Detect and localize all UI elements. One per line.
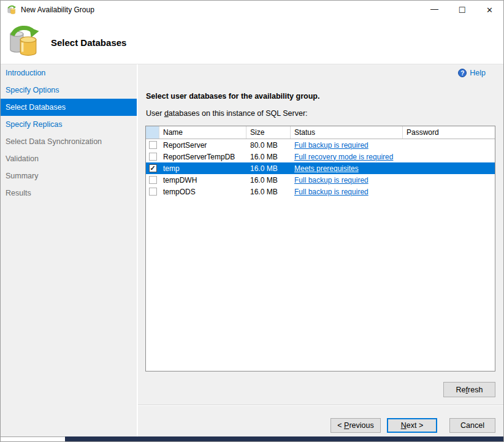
close-button[interactable]: ✕ xyxy=(476,1,503,19)
sidebar-item-select-data-synchronization: Select Data Synchronization xyxy=(1,133,137,150)
table-row[interactable]: ✓ temp 16.0 MB Meets prerequisites xyxy=(146,162,495,174)
sidebar-item-specify-options[interactable]: Specify Options xyxy=(1,82,137,99)
previous-button[interactable]: < Previous xyxy=(330,418,381,433)
database-list-label: User databases on this instance of SQL S… xyxy=(146,109,308,118)
row-checkbox[interactable] xyxy=(149,141,157,149)
new-availability-group-dialog: New Availability Group — ☐ ✕ Select Data… xyxy=(0,0,504,442)
table-row[interactable]: tempODS 16.0 MB Full backup is required xyxy=(146,186,495,197)
db-password xyxy=(403,174,495,186)
db-password xyxy=(403,162,495,174)
window-title: New Availability Group xyxy=(21,6,94,14)
page-title: Select Databases xyxy=(51,37,126,48)
db-size: 80.0 MB xyxy=(246,139,291,151)
sidebar-item-summary: Summary xyxy=(1,167,137,185)
title-bar: New Availability Group — ☐ ✕ xyxy=(1,1,503,19)
help-link[interactable]: ? Help xyxy=(458,69,486,77)
column-header-password[interactable]: Password xyxy=(403,126,495,139)
status-link[interactable]: Full recovery mode is required xyxy=(294,153,393,161)
row-checkbox[interactable] xyxy=(149,153,157,161)
status-link[interactable]: Full backup is required xyxy=(294,188,368,196)
db-size: 16.0 MB xyxy=(246,162,291,174)
table-row[interactable]: tempDWH 16.0 MB Full backup is required xyxy=(146,174,495,186)
db-password xyxy=(403,186,495,197)
database-list: Name Size Status Password ReportServer 8… xyxy=(145,126,495,372)
db-name: ReportServer xyxy=(159,139,246,151)
help-label: Help xyxy=(470,69,486,77)
column-header-size[interactable]: Size xyxy=(246,126,291,139)
checkbox-column-header[interactable] xyxy=(146,126,159,139)
bottom-edge-statusbar xyxy=(65,436,503,441)
bottom-edge-left xyxy=(1,436,65,441)
row-checkbox[interactable] xyxy=(149,176,157,184)
minimize-button[interactable]: — xyxy=(421,1,448,19)
sidebar-item-specify-replicas[interactable]: Specify Replicas xyxy=(1,116,137,133)
db-name: temp xyxy=(159,162,246,174)
maximize-button[interactable]: ☐ xyxy=(448,1,476,19)
db-name: tempDWH xyxy=(159,174,246,186)
db-size: 16.0 MB xyxy=(246,186,291,197)
db-size: 16.0 MB xyxy=(246,151,291,162)
column-header-name[interactable]: Name xyxy=(159,126,246,139)
wizard-steps-sidebar: Introduction Specify Options Select Data… xyxy=(1,64,137,436)
wizard-content-panel: ? Help Select user databases for the ava… xyxy=(138,64,503,436)
help-icon: ? xyxy=(458,69,467,77)
db-password xyxy=(403,139,495,151)
table-row[interactable]: ReportServer 80.0 MB Full backup is requ… xyxy=(146,139,495,151)
bottom-edge xyxy=(1,436,503,441)
database-sync-icon xyxy=(7,5,17,15)
db-name: ReportServerTempDB xyxy=(159,151,246,162)
table-header: Name Size Status Password xyxy=(146,126,495,139)
db-password xyxy=(403,151,495,162)
column-header-status[interactable]: Status xyxy=(291,126,403,139)
sidebar-item-select-databases[interactable]: Select Databases xyxy=(1,99,137,116)
status-link[interactable]: Full backup is required xyxy=(294,176,368,185)
status-link[interactable]: Meets prerequisites xyxy=(294,164,359,173)
row-checkbox[interactable] xyxy=(149,188,157,196)
refresh-button[interactable]: Refresh xyxy=(443,382,495,397)
cancel-button[interactable]: Cancel xyxy=(449,418,495,433)
next-button[interactable]: Next > xyxy=(387,418,437,433)
wizard-header: Select Databases xyxy=(1,19,503,64)
sidebar-item-validation: Validation xyxy=(1,150,137,167)
status-link[interactable]: Full backup is required xyxy=(294,141,368,150)
database-sync-icon xyxy=(7,23,41,59)
table-row[interactable]: ReportServerTempDB 16.0 MB Full recovery… xyxy=(146,151,495,162)
window-controls: — ☐ ✕ xyxy=(421,1,503,19)
instruction-text: Select user databases for the availabili… xyxy=(146,92,319,101)
sidebar-item-results: Results xyxy=(1,185,137,202)
db-size: 16.0 MB xyxy=(246,174,291,186)
footer-separator xyxy=(138,405,503,406)
sidebar-item-introduction[interactable]: Introduction xyxy=(1,64,137,82)
row-checkbox[interactable]: ✓ xyxy=(149,164,157,172)
db-name: tempODS xyxy=(159,186,246,197)
